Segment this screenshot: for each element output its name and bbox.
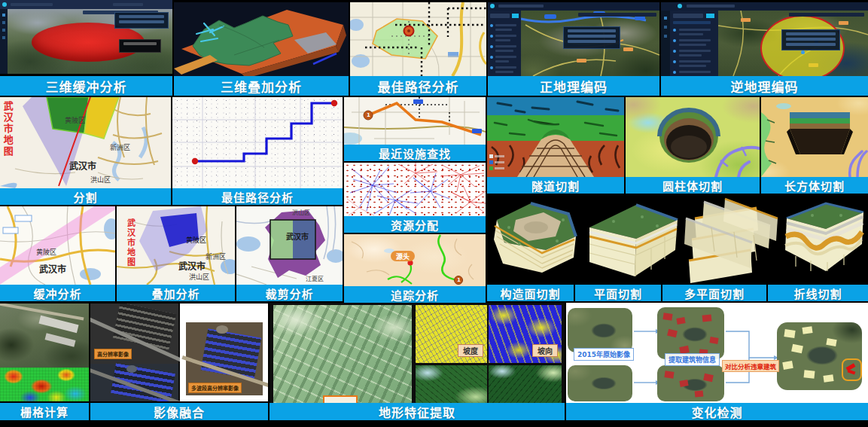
banner-best-path-analysis-2: 最佳路径分析: [172, 188, 343, 205]
city-label: 武汉市: [39, 262, 66, 275]
banner-nearest-facility: 最近设施查找: [344, 145, 486, 161]
banner-plane-cut: 平面切割: [575, 285, 661, 301]
tile-best-path-analysis-1[interactable]: [350, 2, 486, 76]
tile-multiplane-cut[interactable]: [681, 197, 779, 283]
tile-overlay-analysis[interactable]: 武汉市地图 黄陂区 新洲区 武汉市 洪山区: [117, 206, 235, 285]
district-label: 新洲区: [206, 252, 226, 261]
facility-map-graphic: [344, 97, 486, 145]
toolbar-text-bar: [789, 13, 864, 17]
tile-3d-buffer-analysis[interactable]: [0, 0, 172, 74]
thumb-buildings-extracted-1: [657, 307, 724, 359]
titlebar-text-bar: [113, 3, 143, 6]
search-button[interactable]: [706, 14, 714, 18]
tile-geocoding[interactable]: [488, 2, 659, 76]
cylinder-cut-graphic: [626, 97, 760, 177]
banner-reverse-geocoding: 逆地理编码: [661, 76, 868, 96]
tile-resource-allocation[interactable]: [344, 163, 486, 216]
banner-image-fusion: 影像融合: [90, 403, 268, 420]
tag-multiband: 多波段高分辨率影像: [188, 383, 242, 393]
icon-rail: [661, 11, 670, 76]
banner-3d-overlay-analysis: 三维叠加分析: [174, 76, 349, 96]
fusion-result-panel: 多波段高分辨率影像: [180, 303, 268, 401]
tool-icon[interactable]: [664, 17, 667, 20]
tool-icon[interactable]: [2, 14, 5, 17]
terrain-tag-cut: [323, 395, 358, 403]
thumb-comparison-result: [777, 322, 862, 390]
tile-change-detection[interactable]: 2015年原始影像 提取建筑物信息 对比分析违章建筑: [566, 303, 868, 403]
tile-raster-calculation[interactable]: [0, 303, 89, 401]
district-label: 新洲区: [110, 142, 130, 152]
tag-highres: 高分辨率影像: [94, 349, 132, 359]
banner-overlay-analysis: 叠加分析: [117, 285, 235, 301]
search-button[interactable]: [512, 14, 519, 18]
banner-raster-calculation: 栅格计算: [0, 403, 89, 420]
sidebar-panel[interactable]: [488, 11, 521, 76]
banner-cylinder-cut: 圆柱体切割: [626, 177, 760, 194]
tool-icon[interactable]: [2, 29, 5, 32]
fusion-multiband-image: [90, 364, 178, 401]
tile-structural-surface-cut[interactable]: [489, 197, 580, 283]
route-marker: 1: [365, 111, 372, 119]
allocation-network-graphic: [344, 163, 486, 216]
building-roof: [45, 333, 76, 346]
multiplane-cut-graphic: [681, 197, 779, 283]
district-label: 洪山区: [292, 208, 310, 216]
tile-buffer-analysis[interactable]: 黄陂区 武汉市: [0, 206, 115, 285]
toolbar-text-bar: [578, 13, 656, 17]
banner-cuboid-cut: 长方体切割: [761, 177, 868, 194]
banner-terrain-feature-extraction: 地形特征提取: [270, 403, 565, 420]
city-label: 武汉市: [286, 230, 309, 242]
banner-change-detection: 变化检测: [566, 403, 868, 420]
tile-3d-overlay-analysis[interactable]: [174, 2, 349, 76]
sidebar-panel[interactable]: [670, 11, 718, 76]
step2-label: 提取建筑物信息: [665, 353, 720, 366]
tool-icon[interactable]: [664, 26, 667, 29]
geocode-result-popup: [563, 26, 620, 49]
tile-cuboid-cut[interactable]: [761, 97, 868, 177]
raster-heatmap: [0, 368, 89, 401]
split-map-graphic: [0, 97, 171, 188]
banner-trace-analysis: 追踪分析: [344, 286, 486, 303]
tile-best-path-analysis-2[interactable]: [172, 97, 343, 188]
banner-best-path-analysis-1: 最佳路径分析: [350, 76, 486, 96]
tile-tunnel-cut[interactable]: [487, 97, 624, 177]
raster-source-image: [0, 303, 89, 368]
trace-map-graphic: [344, 234, 486, 286]
district-label: 洪山区: [189, 272, 209, 282]
polyline-cut-block-graphic: [781, 197, 867, 283]
tile-terrain-feature-extraction[interactable]: 坡度 坡向: [270, 303, 565, 403]
banner-polyline-cut: 折线切割: [768, 285, 868, 301]
thumb-2015-original: [568, 308, 632, 352]
titlebar-text-bar: [498, 5, 544, 8]
hydrology-image-2: [489, 365, 562, 403]
tile-clip-analysis[interactable]: 洪山区 武汉市 江夏区: [236, 206, 343, 285]
banner-buffer-analysis: 缓冲分析: [0, 285, 115, 301]
banner-multiplane-cut: 多平面切割: [662, 285, 766, 301]
tile-image-fusion[interactable]: 高分辨率影像 多波段高分辨率影像: [90, 303, 268, 401]
tile-trace-analysis[interactable]: 源头 1: [344, 234, 486, 286]
tool-icon[interactable]: [664, 35, 667, 38]
structural-cut-block-graphic: [489, 197, 580, 283]
banner-3d-buffer-analysis: 三维缓冲分析: [0, 76, 172, 96]
hydrology-image-1: [416, 365, 487, 403]
tile-polyline-cut[interactable]: [781, 197, 867, 283]
banner-tunnel-cut: 隧道切割: [487, 177, 624, 194]
banner-geocoding: 正地理编码: [488, 76, 659, 96]
tile-split[interactable]: 武汉市地图 黄陂区 新洲区 武汉市 洪山区: [0, 97, 171, 188]
tool-icon[interactable]: [2, 36, 5, 39]
app-logo-icon: [678, 4, 682, 8]
step1-label: 2015年原始影像: [574, 348, 634, 361]
aspect-image: 坡向: [489, 305, 562, 363]
district-label: 江夏区: [306, 274, 324, 282]
tile-nearest-facility[interactable]: 1: [344, 97, 486, 145]
reverse-geocode-popup: [781, 29, 840, 50]
tile-plane-cut[interactable]: [583, 197, 681, 283]
tile-reverse-geocoding[interactable]: [661, 2, 868, 76]
layer-panel[interactable]: [114, 12, 169, 29]
tool-icon[interactable]: [2, 21, 5, 24]
clip-map-graphic: [236, 206, 343, 285]
app-logo-icon: [2, 2, 7, 7]
tile-cylinder-cut[interactable]: [626, 97, 760, 177]
district-label: 黄陂区: [186, 235, 206, 245]
slope-image: 坡度: [416, 305, 487, 363]
